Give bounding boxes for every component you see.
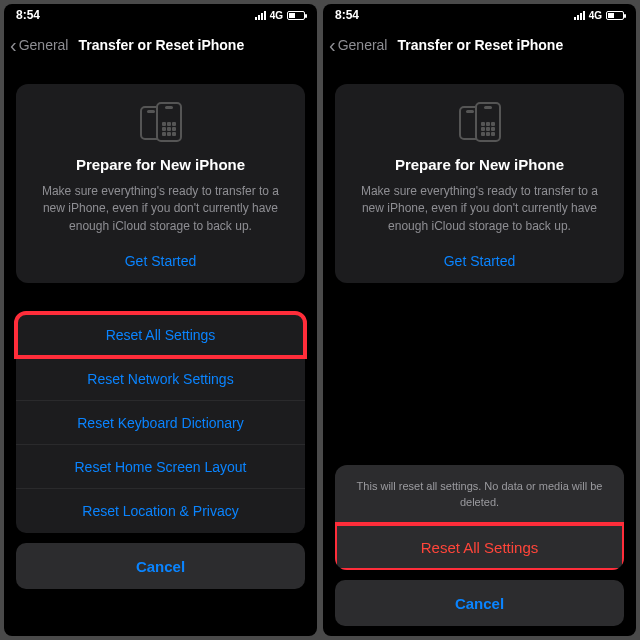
chevron-left-icon[interactable]: ‹ <box>329 34 336 57</box>
page-title: Transfer or Reset iPhone <box>397 37 563 53</box>
prepare-card: Prepare for New iPhone Make sure everyth… <box>16 84 305 283</box>
reset-all-settings-option[interactable]: Reset All Settings <box>16 313 305 357</box>
reset-home-screen-layout-option[interactable]: Reset Home Screen Layout <box>16 445 305 489</box>
network-label: 4G <box>270 10 283 21</box>
signal-icon <box>574 11 585 20</box>
get-started-link[interactable]: Get Started <box>349 253 610 269</box>
confirm-message: This will reset all settings. No data or… <box>335 465 624 524</box>
card-description: Make sure everything's ready to transfer… <box>30 183 291 235</box>
card-title: Prepare for New iPhone <box>30 156 291 173</box>
status-time: 8:54 ؜ <box>16 8 43 22</box>
network-label: 4G <box>589 10 602 21</box>
status-bar: 8:54 ؜ 4G <box>323 4 636 26</box>
devices-icon <box>30 102 291 142</box>
screenshot-right: 8:54 ؜ 4G ‹ General Transfer or Reset iP… <box>323 4 636 636</box>
prepare-card: Prepare for New iPhone Make sure everyth… <box>335 84 624 283</box>
cancel-button[interactable]: Cancel <box>16 543 305 589</box>
get-started-link[interactable]: Get Started <box>30 253 291 269</box>
content: Prepare for New iPhone Make sure everyth… <box>323 64 636 636</box>
content: Prepare for New iPhone Make sure everyth… <box>4 64 317 636</box>
nav-bar: ‹ General Transfer or Reset iPhone <box>4 26 317 64</box>
reset-options-list: Reset All Settings Reset Network Setting… <box>16 313 305 533</box>
card-title: Prepare for New iPhone <box>349 156 610 173</box>
cancel-button[interactable]: Cancel <box>335 580 624 626</box>
screenshot-left: 8:54 ؜ 4G ‹ General Transfer or Reset iP… <box>4 4 317 636</box>
reset-location-privacy-option[interactable]: Reset Location & Privacy <box>16 489 305 533</box>
confirm-reset-button[interactable]: Reset All Settings <box>335 524 624 570</box>
nav-bar: ‹ General Transfer or Reset iPhone <box>323 26 636 64</box>
signal-icon <box>255 11 266 20</box>
back-button[interactable]: General <box>19 37 69 53</box>
confirm-sheet: This will reset all settings. No data or… <box>335 465 624 570</box>
status-bar: 8:54 ؜ 4G <box>4 4 317 26</box>
battery-icon <box>287 11 305 20</box>
status-time: 8:54 ؜ <box>335 8 362 22</box>
chevron-left-icon[interactable]: ‹ <box>10 34 17 57</box>
card-description: Make sure everything's ready to transfer… <box>349 183 610 235</box>
reset-keyboard-dictionary-option[interactable]: Reset Keyboard Dictionary <box>16 401 305 445</box>
battery-icon <box>606 11 624 20</box>
status-right: 4G <box>255 10 305 21</box>
reset-network-settings-option[interactable]: Reset Network Settings <box>16 357 305 401</box>
devices-icon <box>349 102 610 142</box>
page-title: Transfer or Reset iPhone <box>78 37 244 53</box>
back-button[interactable]: General <box>338 37 388 53</box>
status-right: 4G <box>574 10 624 21</box>
